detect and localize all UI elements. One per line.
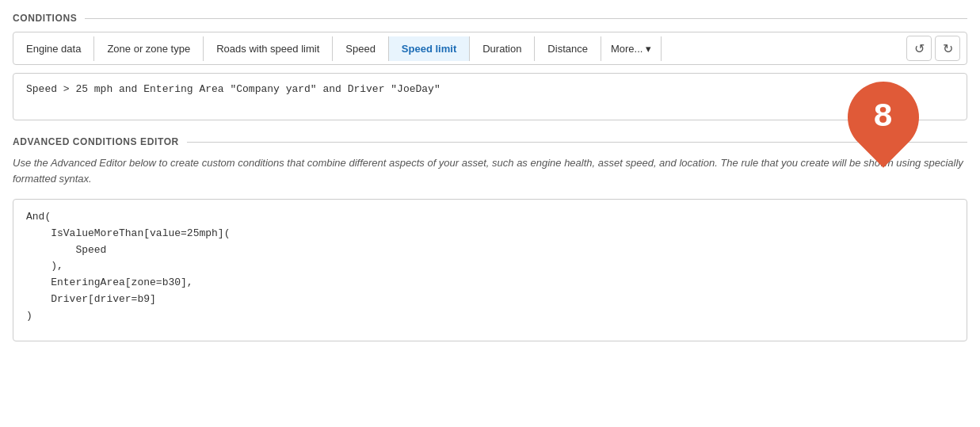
- tab-bar: Engine data Zone or zone type Roads with…: [13, 32, 967, 65]
- badge: 8: [833, 67, 933, 167]
- tab-more[interactable]: More... ▾: [601, 36, 662, 61]
- tab-speed[interactable]: Speed: [333, 36, 389, 61]
- tab-engine-data[interactable]: Engine data: [13, 36, 94, 61]
- undo-button[interactable]: ↺: [906, 36, 932, 61]
- condition-text: Speed > 25 mph and Entering Area "Compan…: [26, 83, 440, 95]
- code-editor[interactable]: And( IsValueMoreThan[value=25mph]( Speed…: [13, 199, 967, 341]
- tab-zone-type[interactable]: Zone or zone type: [94, 36, 204, 61]
- redo-button[interactable]: ↻: [935, 36, 960, 61]
- tab-duration[interactable]: Duration: [470, 36, 535, 61]
- condition-preview: Speed > 25 mph and Entering Area "Compan…: [13, 73, 967, 120]
- chevron-down-icon: ▾: [646, 43, 651, 55]
- conditions-section-label: CONDITIONS: [13, 13, 967, 24]
- tab-distance[interactable]: Distance: [535, 36, 601, 61]
- advanced-section-label: ADVANCED CONDITIONS EDITOR: [13, 136, 967, 147]
- badge-number: 8: [873, 98, 893, 136]
- advanced-description: Use the Advanced Editor below to create …: [13, 155, 967, 186]
- tab-roads-speed[interactable]: Roads with speed limit: [204, 36, 333, 61]
- tab-actions: ↺ ↻: [900, 32, 967, 64]
- tab-speed-limit[interactable]: Speed limit: [389, 36, 470, 61]
